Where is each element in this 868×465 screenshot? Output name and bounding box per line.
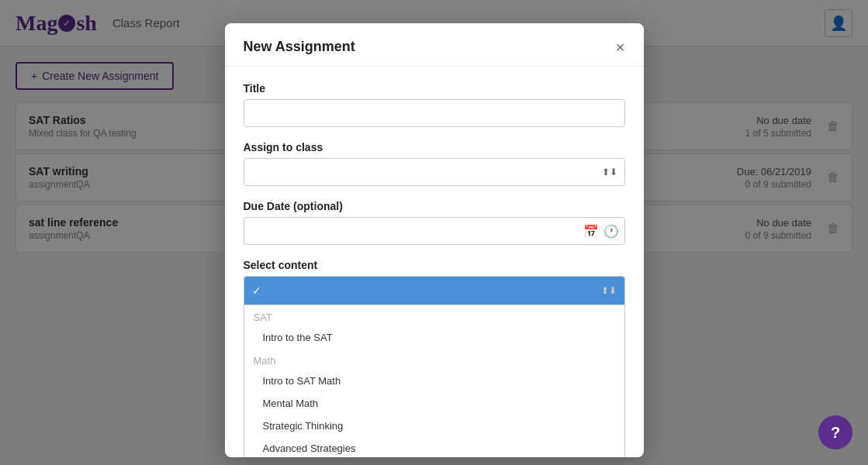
date-icons: 📅 🕐 (583, 224, 619, 239)
modal-title: New Assignment (244, 39, 355, 55)
modal-header: New Assignment × (225, 23, 644, 67)
assign-class-select-wrapper: ⬆⬇ (244, 158, 625, 186)
dropdown-list: SAT Intro to the SAT Math Intro to SAT M… (244, 305, 624, 457)
list-item[interactable]: Advanced Strategies (244, 437, 624, 457)
due-date-form-group: Due Date (optional) 📅 🕐 (244, 200, 625, 245)
help-button[interactable]: ? (818, 415, 852, 450)
content-dropdown: ✓ ⬆⬇ SAT Intro to the SAT Math Intro to … (244, 276, 625, 457)
due-date-label: Due Date (optional) (244, 200, 625, 212)
group-label-math: Math (244, 349, 624, 370)
content-select-bar[interactable]: ✓ ⬆⬇ (244, 277, 624, 305)
content-dropdown-arrow-icon: ⬆⬇ (601, 285, 617, 296)
assign-class-label: Assign to class (244, 141, 625, 153)
list-item[interactable]: Mental Math (244, 392, 624, 415)
content-label: Select content (244, 259, 625, 271)
calendar-icon[interactable]: 📅 (583, 224, 599, 239)
date-wrapper: 📅 🕐 (244, 217, 625, 245)
modal-body: Title Assign to class ⬆⬇ Due Date (optio… (225, 67, 644, 457)
title-input[interactable] (244, 99, 625, 127)
list-item[interactable]: Intro to the SAT (244, 326, 624, 349)
title-form-group: Title (244, 82, 625, 127)
assign-class-form-group: Assign to class ⬆⬇ (244, 141, 625, 186)
assign-class-select[interactable] (244, 158, 625, 186)
due-date-input[interactable] (244, 217, 625, 245)
list-item[interactable]: Intro to SAT Math (244, 370, 624, 392)
check-icon: ✓ (252, 284, 261, 297)
modal-close-button[interactable]: × (616, 40, 625, 55)
list-item[interactable]: Strategic Thinking (244, 415, 624, 437)
new-assignment-modal: New Assignment × Title Assign to class ⬆… (225, 23, 644, 457)
modal-overlay: New Assignment × Title Assign to class ⬆… (0, 0, 868, 465)
content-form-group: Select content ✓ ⬆⬇ SAT Intro to the SAT… (244, 259, 625, 457)
title-label: Title (244, 82, 625, 95)
group-label-sat: SAT (244, 305, 624, 326)
clock-icon[interactable]: 🕐 (603, 224, 619, 239)
